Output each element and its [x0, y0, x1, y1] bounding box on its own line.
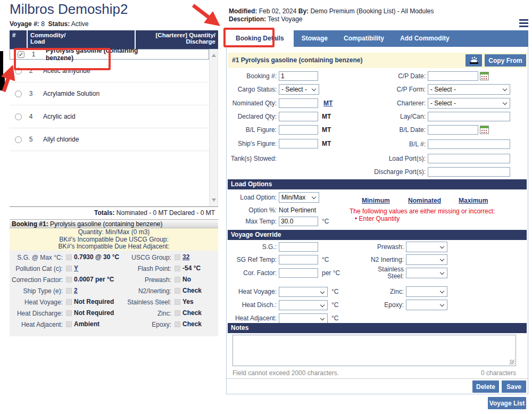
commodity-list: ✓ 1 Pyrolysis gasoline (containing benze…: [10, 49, 209, 206]
max-temp-field: Max Temp: °C: [228, 216, 329, 227]
row-4-radio[interactable]: [15, 113, 22, 120]
prop-pollution-cat: Pollution Cat (c):Y: [11, 265, 123, 272]
prop-indicator-icon: [66, 288, 72, 294]
prop-uscg-group: USCG Group:32: [123, 254, 218, 261]
page-title: Milbros Demoship2: [10, 1, 128, 18]
heat-voyage-combo[interactable]: [279, 287, 328, 297]
nominated-qty-input[interactable]: [279, 98, 318, 108]
epoxy-select[interactable]: [406, 300, 447, 310]
col-nominated-link[interactable]: Nominated: [408, 197, 441, 204]
max-temp-input[interactable]: [279, 217, 318, 226]
row-3-commodity-name[interactable]: Acrylamide Solution: [43, 90, 139, 97]
prop-indicator-icon: [66, 299, 72, 305]
heat-adjacent-combo[interactable]: [279, 313, 328, 324]
prop-heat-voyage: Heat Voyage:Not Required: [11, 299, 123, 306]
commodity-row-2[interactable]: 2 Acetic anhydride: [10, 60, 209, 82]
cp-form-select[interactable]: - Select -: [428, 84, 510, 95]
col-maximum-link[interactable]: Maximum: [459, 197, 488, 204]
chevron-down-icon: [440, 270, 444, 275]
load-options-header: Load Options: [228, 179, 527, 189]
bl-date-input[interactable]: [428, 125, 478, 135]
tab-stowage[interactable]: Stowage: [294, 30, 336, 47]
sg-ref-temp-input[interactable]: [279, 255, 318, 264]
menu-icon[interactable]: [519, 19, 528, 29]
row-5-radio[interactable]: [15, 136, 22, 143]
commodity-row-5[interactable]: 5 Allyl chloride: [10, 128, 209, 151]
stainless-steel-select[interactable]: [406, 268, 447, 278]
heat-disch-field: Heat Disch.: °C: [228, 300, 338, 310]
chevron-down-icon: [312, 87, 316, 91]
resize-grip-icon[interactable]: [510, 360, 514, 365]
commodity-row-4[interactable]: 4 Acrylic acid: [10, 105, 209, 128]
description-value: Test Voyage: [268, 15, 302, 23]
copy-from-button[interactable]: Copy From: [485, 54, 526, 67]
epoxy-field: Epoxy:: [364, 300, 447, 310]
row-2-radio[interactable]: [15, 68, 22, 74]
voyage-override-header: Voyage Override: [228, 230, 527, 240]
nominated-qty-unit-link[interactable]: MT: [323, 100, 332, 107]
totals-label: Totals:: [94, 209, 114, 217]
prop-epoxy: Epoxy:Check: [123, 321, 218, 328]
status-value: Active: [71, 20, 89, 28]
save-button[interactable]: Save: [502, 380, 526, 393]
tab-add-commodity[interactable]: Add Commodity: [392, 30, 458, 47]
prop-indicator-icon: [174, 299, 180, 305]
col-header-commodity: Commodity/ Load: [28, 30, 135, 49]
cargo-status-field: Cargo Status: - Select -: [228, 84, 319, 95]
chevron-down-icon: [503, 87, 507, 91]
tab-booking-details[interactable]: Booking Details: [226, 30, 294, 47]
ships-figure-field: Ship's Figure: MT: [228, 138, 331, 149]
booking-number-input[interactable]: [279, 71, 318, 81]
laycan-input[interactable]: [428, 112, 510, 121]
scroll-up-icon[interactable]: [212, 54, 216, 57]
annotation-black-mark: [0, 76, 5, 90]
zinc-select[interactable]: [406, 286, 447, 297]
row-1-selected-checkbox[interactable]: ✓: [18, 51, 24, 58]
row-3-number: 3: [25, 90, 37, 97]
load-ports-input[interactable]: [428, 154, 510, 163]
bl-figure-input[interactable]: [279, 125, 318, 135]
commodity-row-1[interactable]: ✓ 1 Pyrolysis gasoline (containing benze…: [10, 49, 209, 60]
voyage-list-button[interactable]: Voyage List: [488, 397, 526, 409]
tanks-stowed-field: Tank(s) Stowed:: [228, 153, 279, 164]
prewash-select[interactable]: [406, 242, 447, 252]
heat-disch-combo[interactable]: [279, 300, 328, 310]
row-4-commodity-name[interactable]: Acrylic acid: [43, 113, 139, 120]
heat-adjacent-field: Heat Adjacent: °C: [228, 313, 338, 324]
notes-textarea[interactable]: [232, 335, 516, 366]
calendar-icon[interactable]: [480, 126, 489, 134]
discharge-ports-input[interactable]: [428, 167, 510, 177]
n2-inerting-select[interactable]: [406, 254, 447, 265]
col-minimum-link[interactable]: Minimum: [362, 197, 390, 204]
commodity-row-3[interactable]: 3 Acrylamide Solution: [10, 82, 209, 105]
sg-input[interactable]: [279, 242, 318, 252]
tab-compatibility[interactable]: Compatibility: [336, 30, 392, 47]
option-pct-field: Option %: Not Pertinent: [228, 205, 316, 216]
row-1-commodity-name[interactable]: Pyrolysis gasoline (containing benzene): [46, 47, 142, 62]
cp-date-input[interactable]: [428, 71, 478, 81]
cor-factor-input[interactable]: [279, 268, 318, 278]
bl-number-input[interactable]: [428, 139, 510, 149]
notes-header: Notes: [228, 323, 527, 333]
prop-flash-point: Flash Point:-54 °C: [123, 265, 218, 272]
declared-qty-input[interactable]: [279, 112, 318, 121]
row-2-commodity-name[interactable]: Acetic anhydride: [43, 67, 139, 74]
charterer-select[interactable]: - Select -: [428, 98, 510, 109]
scroll-down-icon[interactable]: [212, 198, 216, 202]
prop-indicator-icon: [66, 254, 72, 260]
ships-figure-input[interactable]: [279, 139, 318, 148]
load-ports-field: Load Port(s):: [367, 153, 510, 164]
prop-indicator-icon: [66, 266, 72, 271]
wash-button[interactable]: [466, 54, 482, 67]
delete-button[interactable]: Delete: [472, 380, 499, 393]
row-3-radio[interactable]: [15, 90, 22, 97]
voyage-label: Voyage #:: [10, 20, 39, 28]
calendar-icon[interactable]: [480, 72, 489, 80]
row-1-number: 1: [28, 51, 39, 58]
commodity-table-header: # Commodity/ Load [Charterer] Quantity/ …: [10, 30, 218, 49]
cargo-status-select[interactable]: - Select -: [279, 84, 319, 95]
commodity-list-scrollbar[interactable]: [209, 49, 218, 206]
row-5-commodity-name[interactable]: Allyl chloride: [43, 136, 139, 143]
prop-indicator-icon: [174, 321, 180, 327]
load-option-select[interactable]: Min/Max: [279, 192, 319, 203]
